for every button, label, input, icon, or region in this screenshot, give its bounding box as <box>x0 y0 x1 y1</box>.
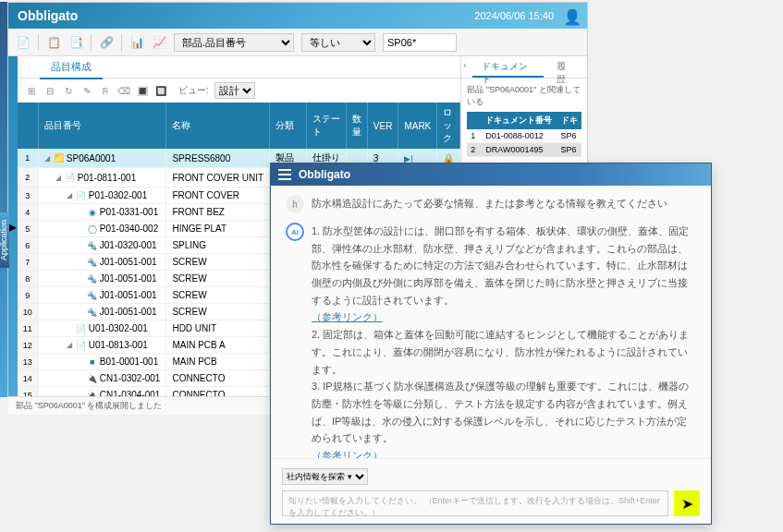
ai-para-2: 2. 固定部は、箱体と蓋体を回動可能に連結するヒンジとして機能することがあります… <box>312 326 696 378</box>
collapse-arrow-icon: ▸ <box>9 218 17 236</box>
separator <box>38 34 39 51</box>
doc-related-text: 部品 "SP06A0001" と関連している <box>467 84 581 108</box>
item-id: CN1-0304-001 <box>100 390 161 396</box>
row-num: 7 <box>18 254 39 271</box>
item-type-icon: 📄 <box>77 191 86 200</box>
tree-tool-4[interactable]: ✎ <box>80 84 93 97</box>
tree-expand-icon[interactable]: ◢ <box>55 174 63 182</box>
col-mark[interactable]: MARK <box>398 103 437 149</box>
tree-tool-3[interactable]: ↻ <box>62 84 75 97</box>
cell-id: ◢📄P01-0811-001 <box>38 168 166 187</box>
cell-name: SCREW <box>166 254 270 271</box>
ai-avatar: AI <box>286 223 304 241</box>
doc-col-k[interactable]: ドキ <box>557 112 581 129</box>
item-id: CN1-0302-001 <box>100 373 161 383</box>
tree-tool-6[interactable]: ⌫ <box>117 84 130 97</box>
cell-name: FRONT COVER UNIT <box>166 168 270 187</box>
tree-tool-8[interactable]: 🔲 <box>154 84 167 97</box>
col-lock[interactable]: ロック <box>437 103 460 149</box>
col-name[interactable]: 名称 <box>166 103 270 149</box>
item-type-icon: ◯ <box>88 224 97 234</box>
doc-row[interactable]: 2DRAW0001495SP6 <box>467 143 581 157</box>
cell-id: ◯P01-0340-002 <box>38 221 166 237</box>
row-num: 2 <box>18 168 39 187</box>
doc-row-id: DRAW0001495 <box>482 143 557 157</box>
doc-row-num: 1 <box>467 129 482 143</box>
item-type-icon: 📄 <box>66 173 75 182</box>
item-id: J01-0051-001 <box>100 307 157 317</box>
ai-message-text: 1. 防水型筐体の設計には、開口部を有する箱体、板状体、環状の側壁、蓋体、固定部… <box>312 223 696 458</box>
cell-name: SCREW <box>166 304 270 320</box>
toolbar-icon-2[interactable]: 📑 <box>68 35 83 50</box>
toolbar: 📄 📋 📑 🔗 📊 📈 部品.品目番号 等しい <box>8 29 587 56</box>
item-id: P01-0811-001 <box>78 173 136 183</box>
reference-link-2[interactable]: （参考リンク） <box>312 447 696 458</box>
reference-link-1[interactable]: （参考リンク） <box>312 308 696 326</box>
tree-tool-2[interactable]: ⊟ <box>43 84 56 97</box>
tab-history[interactable]: 履歴 <box>547 56 583 78</box>
view-label: ビュー: <box>178 84 209 97</box>
app-sidebar <box>0 2 7 397</box>
col-state[interactable]: ステート <box>306 103 346 149</box>
chat-input[interactable]: 知りたい情報を入力してください。 （Enterキーで送信します。改行を入力する場… <box>282 490 668 516</box>
col-id[interactable]: 品目番号 <box>38 103 166 149</box>
item-type-icon: 🔩 <box>88 274 97 284</box>
item-id: SP06A0001 <box>67 153 116 163</box>
panel-collapse-bar[interactable]: ▸ <box>8 56 18 396</box>
tree-tool-1[interactable]: ⊞ <box>25 84 38 97</box>
item-type-icon: 📄 <box>77 341 86 350</box>
item-type-icon: 🔩 <box>88 308 97 317</box>
view-select[interactable]: 設計 <box>214 82 255 99</box>
toolbar-icon-5[interactable]: 📈 <box>152 35 166 50</box>
doc-col-id[interactable]: ドキュメント番号 <box>482 112 557 129</box>
doc-row-num: 2 <box>467 143 482 157</box>
cell-id: ◢📄P01-0302-001 <box>38 187 166 204</box>
item-id: J01-0051-001 <box>100 257 157 267</box>
toolbar-icon-3[interactable]: 🔗 <box>99 35 114 50</box>
cell-name: HDD UNIT <box>166 320 270 337</box>
tree-expand-icon[interactable]: ◢ <box>67 191 74 200</box>
col-cat[interactable]: 分類 <box>270 103 307 149</box>
row-num: 12 <box>18 337 39 354</box>
search-scope-select[interactable]: 社内情報を探索 ▾ <box>282 468 368 485</box>
row-num: 15 <box>18 387 39 397</box>
cell-name: SCREW <box>166 287 270 304</box>
ai-message-row: AI 1. 防水型筐体の設計には、開口部を有する箱体、板状体、環状の側壁、蓋体、… <box>286 223 696 458</box>
toolbar-icon-1[interactable]: 📋 <box>46 35 61 50</box>
row-num: 4 <box>18 204 39 221</box>
doc-row-id: D01-0088-0012 <box>482 129 557 143</box>
cell-id: 📄U01-0302-001 <box>38 320 166 337</box>
user-icon[interactable]: 👤 <box>563 8 578 23</box>
chat-input-row: 知りたい情報を入力してください。 （Enterキーで送信します。改行を入力する場… <box>282 490 700 516</box>
cell-id: 🔩J01-0051-001 <box>38 271 166 287</box>
row-num: 14 <box>18 370 39 387</box>
col-qty[interactable]: 数量 <box>346 103 367 149</box>
hamburger-icon[interactable] <box>278 168 291 181</box>
item-id: P01-0331-001 <box>100 207 158 217</box>
tab-document[interactable]: ドキュメント <box>472 56 544 78</box>
tree-tool-5[interactable]: ⎘ <box>99 84 112 97</box>
cell-name: CONNECTO <box>166 387 270 397</box>
send-button[interactable]: ➤ <box>674 490 700 516</box>
item-type-icon: ◉ <box>88 208 97 217</box>
row-num: 10 <box>18 304 39 320</box>
tree-tool-7[interactable]: 🔳 <box>136 84 149 97</box>
item-type-icon: 🔌 <box>88 374 97 383</box>
field-select[interactable]: 部品.品目番号 <box>174 33 294 52</box>
tab-prev-icon[interactable]: ‹ <box>461 56 468 78</box>
doc-row[interactable]: 1D01-0088-0012SP6 <box>467 129 581 143</box>
tree-expand-icon[interactable]: ◢ <box>44 154 52 163</box>
user-message-text: 防水構造設計にあたって必要な情報、または参考となる情報を教えてください <box>312 195 696 213</box>
app-sidebar-label[interactable]: Application <box>0 212 9 268</box>
doc-row-k: SP6 <box>557 129 581 143</box>
col-ver[interactable]: VER <box>367 103 398 149</box>
doc-col-n <box>467 112 482 129</box>
search-input[interactable] <box>383 33 457 52</box>
operator-select[interactable]: 等しい <box>301 33 375 52</box>
doc-icon[interactable]: 📄 <box>16 35 31 50</box>
tab-bom[interactable]: 品目構成 <box>40 56 103 79</box>
toolbar-icon-4[interactable]: 📊 <box>129 35 144 50</box>
tree-expand-icon[interactable]: ◢ <box>67 341 74 349</box>
cell-name: FRONT BEZ <box>166 204 270 221</box>
item-id: P01-0340-002 <box>100 224 158 234</box>
